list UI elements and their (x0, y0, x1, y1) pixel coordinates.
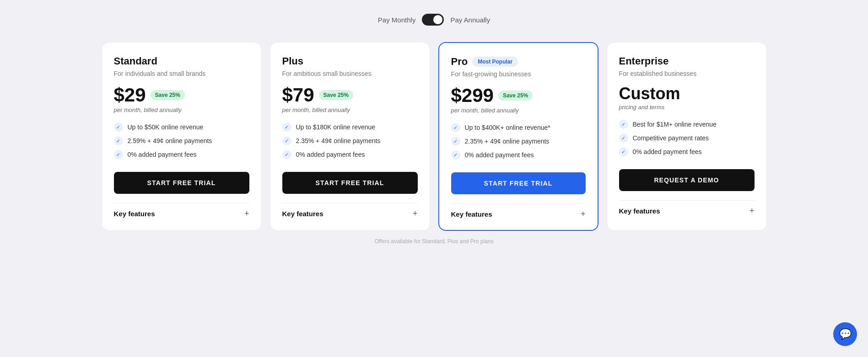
list-item: ✓2.35% + 49¢ online payments (451, 137, 586, 146)
plan-name-enterprise: Enterprise (619, 55, 669, 67)
price-period-plus: per month, billed annually (282, 107, 418, 113)
chat-bubble-button[interactable]: 💬 (833, 322, 857, 346)
pay-monthly-label: Pay Monthly (378, 16, 416, 24)
toggle-switch[interactable] (422, 14, 444, 26)
feature-text-plus-0: Up to $180K online revenue (296, 123, 376, 131)
list-item: ✓Competitive payment rates (619, 133, 755, 143)
feature-text-standard-2: 0% added payment fees (128, 151, 197, 158)
price-amount-pro: $299 (451, 86, 494, 105)
list-item: ✓Up to $400K+ online revenue* (451, 123, 586, 132)
feature-text-enterprise-2: 0% added payment fees (633, 148, 702, 155)
feature-text-pro-0: Up to $400K+ online revenue* (465, 124, 550, 131)
toggle-thumb (433, 15, 442, 24)
plan-name-standard: Standard (114, 55, 157, 67)
feature-text-enterprise-0: Best for $1M+ online revenue (633, 121, 717, 128)
save-badge-plus: Save 25% (319, 90, 353, 100)
plan-header-plus: Plus (282, 55, 418, 67)
features-list-plus: ✓Up to $180K online revenue✓2.35% + 49¢ … (282, 123, 418, 159)
list-item: ✓0% added payment fees (114, 150, 249, 159)
pay-annually-label: Pay Annually (450, 16, 490, 24)
price-row-standard: $29Save 25% (114, 85, 249, 105)
key-features-row-standard[interactable]: Key features+ (114, 203, 249, 218)
check-icon: ✓ (451, 137, 460, 146)
check-icon: ✓ (114, 123, 123, 132)
key-features-icon-standard: + (244, 209, 249, 218)
plan-description-standard: For individuals and small brands (114, 70, 249, 77)
check-icon: ✓ (619, 147, 628, 156)
feature-text-pro-2: 0% added payment fees (465, 151, 534, 159)
cta-button-pro[interactable]: START FREE TRIAL (451, 172, 586, 194)
features-list-enterprise: ✓Best for $1M+ online revenue✓Competitiv… (619, 120, 755, 156)
plan-card-standard: StandardFor individuals and small brands… (102, 42, 262, 231)
check-icon: ✓ (282, 136, 291, 145)
list-item: ✓2.59% + 49¢ online payments (114, 136, 249, 145)
key-features-icon-enterprise: + (749, 206, 755, 216)
chat-icon: 💬 (839, 328, 852, 340)
list-item: ✓Up to $50K online revenue (114, 123, 249, 132)
list-item: ✓0% added payment fees (619, 147, 755, 156)
plan-description-pro: For fast-growing businesses (451, 70, 586, 78)
price-amount-standard: $29 (114, 85, 146, 105)
cta-button-plus[interactable]: START FREE TRIAL (282, 172, 418, 194)
plan-name-pro: Pro (451, 56, 468, 68)
list-item: ✓Up to $180K online revenue (282, 123, 418, 132)
price-row-plus: $79Save 25% (282, 85, 418, 105)
price-row-enterprise: Custom (619, 85, 755, 102)
feature-text-standard-0: Up to $50K online revenue (128, 123, 204, 131)
price-amount-plus: $79 (282, 85, 314, 105)
price-period-standard: per month, billed annually (114, 107, 249, 113)
save-badge-standard: Save 25% (151, 90, 185, 100)
price-period-enterprise: pricing and terms (619, 104, 755, 111)
price-period-pro: per month, billed annually (451, 107, 586, 114)
key-features-label-standard: Key features (114, 210, 155, 218)
list-item: ✓0% added payment fees (282, 150, 418, 159)
plan-card-plus: PlusFor ambitious small businesses$79Sav… (270, 42, 430, 231)
key-features-label-pro: Key features (451, 210, 492, 218)
list-item: ✓Best for $1M+ online revenue (619, 120, 755, 129)
check-icon: ✓ (619, 120, 628, 129)
cta-button-enterprise[interactable]: REQUEST A DEMO (619, 169, 755, 191)
feature-text-standard-1: 2.59% + 49¢ online payments (128, 137, 212, 144)
check-icon: ✓ (114, 136, 123, 145)
check-icon: ✓ (282, 150, 291, 159)
key-features-row-pro[interactable]: Key features+ (451, 203, 586, 219)
plan-header-enterprise: Enterprise (619, 55, 755, 67)
plan-header-standard: Standard (114, 55, 249, 67)
bottom-note: Offers available for Standard, Plus and … (375, 238, 494, 245)
feature-text-enterprise-1: Competitive payment rates (633, 134, 709, 142)
plan-header-pro: ProMost Popular (451, 56, 586, 68)
price-row-pro: $299Save 25% (451, 86, 586, 105)
plan-name-plus: Plus (282, 55, 303, 67)
plan-description-enterprise: For established businesses (619, 70, 755, 77)
check-icon: ✓ (619, 133, 628, 143)
feature-text-pro-1: 2.35% + 49¢ online payments (465, 138, 550, 145)
key-features-row-enterprise[interactable]: Key features+ (619, 200, 755, 216)
key-features-icon-plus: + (413, 209, 418, 218)
key-features-icon-pro: + (581, 209, 586, 219)
feature-text-plus-2: 0% added payment fees (296, 151, 365, 158)
check-icon: ✓ (114, 150, 123, 159)
plan-card-enterprise: EnterpriseFor established businessesCust… (607, 42, 767, 231)
billing-toggle[interactable]: Pay Monthly Pay Annually (378, 14, 490, 26)
cta-button-standard[interactable]: START FREE TRIAL (114, 172, 249, 194)
features-list-pro: ✓Up to $400K+ online revenue*✓2.35% + 49… (451, 123, 586, 160)
save-badge-pro: Save 25% (498, 91, 533, 101)
feature-text-plus-1: 2.35% + 49¢ online payments (296, 137, 381, 144)
check-icon: ✓ (282, 123, 291, 132)
key-features-label-enterprise: Key features (619, 207, 660, 215)
check-icon: ✓ (451, 150, 460, 160)
check-icon: ✓ (451, 123, 460, 132)
list-item: ✓2.35% + 49¢ online payments (282, 136, 418, 145)
plan-description-plus: For ambitious small businesses (282, 70, 418, 77)
plans-container: StandardFor individuals and small brands… (96, 42, 773, 231)
features-list-standard: ✓Up to $50K online revenue✓2.59% + 49¢ o… (114, 123, 249, 159)
most-popular-badge-pro: Most Popular (472, 57, 518, 67)
key-features-row-plus[interactable]: Key features+ (282, 203, 418, 218)
key-features-label-plus: Key features (282, 210, 323, 218)
list-item: ✓0% added payment fees (451, 150, 586, 160)
price-amount-enterprise: Custom (619, 85, 680, 102)
plan-card-pro: ProMost PopularFor fast-growing business… (438, 42, 598, 231)
